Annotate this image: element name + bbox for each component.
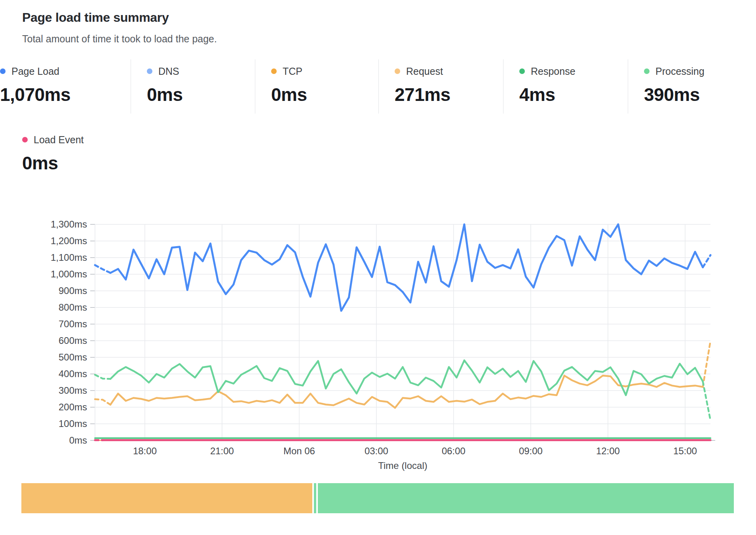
page-load-time-chart[interactable]: 0ms100ms200ms300ms400ms500ms600ms700ms80… — [0, 174, 756, 475]
stat-value: 0ms — [147, 84, 255, 105]
y-tick-label: 200ms — [59, 402, 87, 412]
x-tick-label: 12:00 — [596, 446, 620, 456]
bar-segment-processing-share[interactable] — [318, 483, 734, 513]
y-tick-label: 100ms — [59, 418, 87, 429]
y-tick-label: 0ms — [69, 435, 87, 446]
page-title: Page load time summary — [22, 10, 169, 25]
timeline-ratio-bar[interactable] — [21, 483, 734, 513]
series-processing — [703, 381, 710, 421]
stat-label: DNS — [158, 66, 179, 77]
processing-dot-icon — [644, 68, 650, 74]
series-page-load — [110, 224, 703, 311]
stat-label: Response — [531, 66, 576, 77]
series-request — [703, 341, 710, 387]
stat-label: Request — [406, 66, 443, 77]
stat-dns-head: DNS — [147, 65, 255, 78]
stat-value: 0ms — [271, 84, 378, 105]
y-tick-label: 600ms — [59, 335, 87, 346]
x-tick-label: Mon 06 — [283, 446, 315, 456]
stat-processing: Processing 390ms — [628, 59, 756, 114]
x-tick-label: 18:00 — [133, 446, 157, 456]
y-tick-label: 1,100ms — [51, 252, 87, 263]
series-page-load — [95, 265, 110, 273]
stat-tcp-head: TCP — [271, 65, 378, 78]
series-processing — [95, 375, 110, 379]
y-tick-label: 1,000ms — [51, 269, 87, 279]
x-tick-label: 21:00 — [210, 446, 234, 456]
stat-load-event: Load Event 0ms — [22, 133, 84, 174]
stat-request: Request 271ms — [378, 59, 503, 114]
y-tick-label: 700ms — [59, 319, 87, 329]
request-dot-icon — [395, 68, 400, 74]
dns-dot-icon — [147, 68, 152, 74]
stat-label: Page Load — [11, 66, 59, 77]
y-tick-label: 1,300ms — [51, 219, 87, 230]
stat-request-head: Request — [395, 65, 503, 78]
stat-value: 271ms — [395, 84, 503, 105]
y-tick-label: 300ms — [59, 385, 87, 396]
series-processing — [110, 360, 703, 395]
x-tick-label: 03:00 — [365, 446, 388, 456]
x-axis-caption: Time (local) — [378, 460, 427, 471]
y-tick-label: 500ms — [59, 352, 87, 362]
page-load-summary-panel: Page load time summary Total amount of t… — [0, 0, 756, 535]
load-event-dot-icon — [22, 137, 28, 142]
response-dot-icon — [519, 68, 525, 74]
stat-value: 4ms — [519, 84, 628, 105]
x-tick-label: 09:00 — [519, 446, 543, 456]
y-tick-label: 1,200ms — [51, 235, 87, 246]
stat-response-head: Response — [519, 65, 628, 78]
y-tick-label: 400ms — [59, 368, 87, 379]
x-tick-label: 15:00 — [673, 446, 697, 456]
stat-response: Response 4ms — [503, 59, 628, 114]
stat-label: Processing — [655, 66, 705, 77]
stat-value: 390ms — [644, 84, 756, 105]
stat-tcp: TCP 0ms — [255, 59, 378, 114]
series-request — [95, 399, 110, 405]
page-subtitle: Total amount of time it took to load the… — [22, 33, 217, 45]
x-tick-label: 06:00 — [442, 446, 465, 456]
series-request — [110, 376, 703, 408]
stats-row: Page Load 1,070ms DNS 0ms TCP 0ms Reques… — [0, 59, 756, 114]
page-load-dot-icon — [0, 68, 6, 74]
bar-segment-sliver[interactable] — [314, 483, 316, 513]
series-page-load — [703, 255, 710, 268]
y-tick-label: 900ms — [59, 285, 87, 296]
stat-page-load-head: Page Load — [0, 65, 131, 78]
tcp-dot-icon — [271, 68, 277, 74]
stat-load-event-head: Load Event — [22, 133, 84, 146]
stat-dns: DNS 0ms — [131, 59, 255, 114]
stat-value: 1,070ms — [0, 84, 131, 105]
stat-value: 0ms — [22, 152, 84, 174]
y-tick-label: 800ms — [59, 302, 87, 313]
stat-page-load: Page Load 1,070ms — [0, 59, 131, 114]
stat-label: Load Event — [34, 134, 84, 146]
bar-segment-request-share[interactable] — [21, 483, 312, 513]
stat-label: TCP — [283, 66, 302, 77]
stat-processing-head: Processing — [644, 65, 756, 78]
